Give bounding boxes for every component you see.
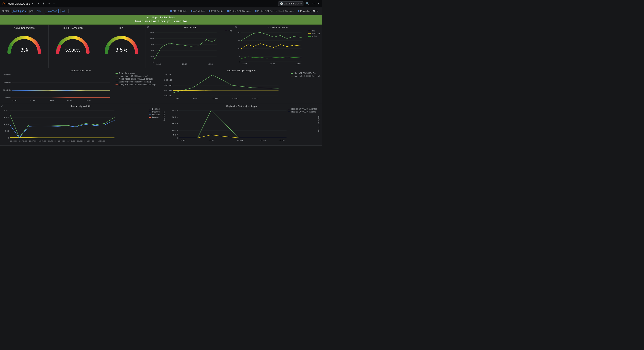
svg-text:16:50:30: 16:50:30 (98, 140, 105, 142)
svg-text:15: 15 (238, 39, 240, 41)
backup-status-bar: jkatz:hippo : Backup Status Time Since L… (0, 15, 322, 24)
db-size-chart: database size - All-All 600 MB 400 MB 20… (0, 68, 161, 104)
cluster-select[interactable]: jkatz:hippo ▾ (11, 9, 28, 13)
tab-icon (191, 10, 192, 12)
row3: ⬡ Row activity - All- All 2.0 K 1.5 K 1.… (0, 104, 322, 146)
replication-y-label-left: Lag in bytes (163, 111, 165, 121)
tab-label: CRUD_Details (172, 10, 187, 12)
tps-chart-title: TPS - All-All (148, 26, 232, 29)
tps-chart-svg: 500 400 300 200 100 0 16:46 16:48 16:50 (148, 30, 232, 66)
gauge-active-connections: Active Connections 3% (0, 24, 48, 68)
svg-text:150 K: 150 K (172, 123, 178, 125)
tab-crud-details[interactable]: CRUD_Details (168, 9, 189, 13)
svg-text:16:46: 16:46 (174, 98, 180, 100)
row-activity-svg: 2.0 K 1.5 K 1.0 K 500 0 16:46:00 16:46:3… (1, 108, 122, 144)
tab-label: Prometheus Alerts (300, 10, 318, 12)
row-activity-expand-icon[interactable]: ⬡ (1, 105, 3, 107)
star-icon[interactable]: ★ (36, 2, 40, 6)
cluster-value: jkatz:hippo (12, 10, 24, 12)
svg-text:300: 300 (150, 43, 154, 45)
svg-text:16:49:00: 16:49:00 (68, 140, 75, 142)
replication-legend: Replica (10.44.0.9) lag bytes Replica (1… (288, 108, 317, 114)
pod-select[interactable]: All ▾ (35, 9, 43, 13)
svg-text:700 MB: 700 MB (164, 74, 172, 76)
svg-text:20: 20 (238, 31, 240, 33)
svg-text:16:50: 16:50 (86, 99, 91, 101)
svg-text:16:47: 16:47 (208, 139, 214, 141)
svg-text:16:48:00: 16:48:00 (48, 140, 56, 142)
topbar-icons: ★ ⬆ ⚙ ▭ (36, 2, 56, 6)
svg-text:16:49: 16:49 (67, 99, 72, 101)
database-value: All (62, 10, 65, 12)
display-icon[interactable]: ▭ (52, 2, 56, 6)
backup-time-value: 2 minutes (174, 20, 188, 23)
tab-icon (255, 10, 256, 12)
connections-legend-active: active (312, 35, 317, 38)
svg-text:3%: 3% (20, 47, 28, 53)
svg-text:16:49: 16:49 (260, 139, 266, 141)
db-size-svg: 600 MB 400 MB 200 MB 0 MB 16:46 16:47 16… (1, 72, 120, 102)
tab-pod-details[interactable]: POD Details (207, 9, 225, 13)
svg-text:100: 100 (150, 56, 154, 58)
tab-pgbackrest[interactable]: pgBackRest (189, 9, 207, 13)
tab-prometheus-alerts[interactable]: Prometheus Alerts (296, 9, 320, 13)
connections-expand-icon[interactable]: ⬡ (235, 26, 237, 28)
tab-label: POD Details (211, 10, 224, 12)
svg-text:16:49: 16:49 (232, 98, 238, 100)
connections-chart-title: Connections - All-All (236, 26, 320, 29)
search-icon[interactable]: 🔍 (305, 2, 310, 6)
tab-postgres-overview[interactable]: PostgreSQL Overview (226, 9, 253, 13)
svg-text:16:47:00: 16:47:00 (29, 140, 36, 142)
refresh-icon[interactable]: ↻ (312, 2, 315, 6)
svg-text:0: 0 (152, 61, 154, 63)
row-legend-inserted: Inserted (152, 111, 160, 113)
wal-size-chart: WAL size MB - jkatz:hippo-All 700 MB 600… (161, 68, 322, 104)
backup-time-label: Time Since Last Backup: (134, 20, 170, 23)
tab-icon (298, 10, 300, 12)
svg-text:200: 200 (150, 50, 154, 52)
replication-svg: 250 K 200 K 150 K 100 K 50 K 0 16:46 16:… (168, 108, 303, 144)
svg-text:300 MB: 300 MB (164, 95, 172, 96)
row1: Active Connections 3% (0, 24, 322, 68)
share-icon[interactable]: ⬆ (42, 2, 46, 6)
connections-legend-idle-txn: Idle in txn (312, 32, 320, 35)
connections-chart-svg: 20 15 10 5 0 16:46 16:48 16:50 (236, 30, 320, 66)
pod-label: pod (30, 10, 34, 12)
svg-text:500: 500 (5, 130, 9, 132)
db-legend-total: Total : jkatz:hippo-.* (119, 72, 136, 74)
replication-legend-lag-bytes: Replica (10.44.0.9) lag bytes (291, 108, 317, 110)
cluster-label: cluster (2, 10, 9, 12)
svg-text:16:50: 16:50 (252, 98, 258, 100)
db-legend-hippokrhx: hippo (hippo-krhx-94846986d-zdm8g) (119, 78, 153, 80)
db-legend-postgres64: postgres (hippo-64b5665555-xj5qz) (119, 81, 151, 83)
svg-text:16:50: 16:50 (278, 139, 284, 141)
replication-chart-title: Replication Status - jkatz:hippo (162, 105, 321, 108)
backup-bar-value: Time Since Last Backup: 2 minutes (0, 20, 322, 23)
svg-text:16:48: 16:48 (237, 139, 243, 141)
refresh-chevron[interactable]: ▾ (317, 2, 320, 6)
replication-y-label-right: Lag time (hh:mm:ss) (318, 116, 320, 132)
settings-icon[interactable]: ⚙ (47, 2, 51, 6)
svg-text:16:46:30: 16:46:30 (19, 140, 27, 142)
clock-icon: 🕐 (280, 2, 283, 5)
wal-legend-krhx: hippo-krhx-94846986d-zdm8g (294, 75, 321, 77)
svg-text:1.0 K: 1.0 K (4, 123, 9, 125)
svg-text:16:49:30: 16:49:30 (77, 140, 84, 142)
pod-chevron: ▾ (40, 10, 41, 12)
tab-postgres-service-health[interactable]: PostgreSQL Service Health Overview (253, 9, 296, 13)
database-label-btn[interactable]: Database (45, 9, 59, 13)
time-range-picker[interactable]: 🕐 Last 5 minutes ▾ (278, 2, 304, 6)
svg-text:0 MB: 0 MB (6, 97, 11, 99)
svg-text:16:48: 16:48 (48, 99, 54, 101)
grafana-icon: ⬡ (2, 2, 5, 6)
svg-text:16:48: 16:48 (270, 62, 275, 64)
topbar-right: 🕐 Last 5 minutes ▾ 🔍 ↻ ▾ (278, 2, 320, 6)
app-chevron[interactable]: ▾ (32, 2, 33, 5)
tps-expand-icon[interactable]: ⬡ (147, 26, 149, 28)
tps-chart-panel: ⬡ TPS - All-All 500 400 300 200 100 0 16… (146, 24, 234, 68)
gauge-title-active: Active Connections (14, 26, 35, 30)
row-activity-title: Row activity - All- All (1, 105, 160, 108)
tab-label: pgBackRest (193, 10, 205, 12)
database-select[interactable]: All ▾ (60, 9, 68, 13)
svg-text:16:47:30: 16:47:30 (38, 140, 46, 142)
